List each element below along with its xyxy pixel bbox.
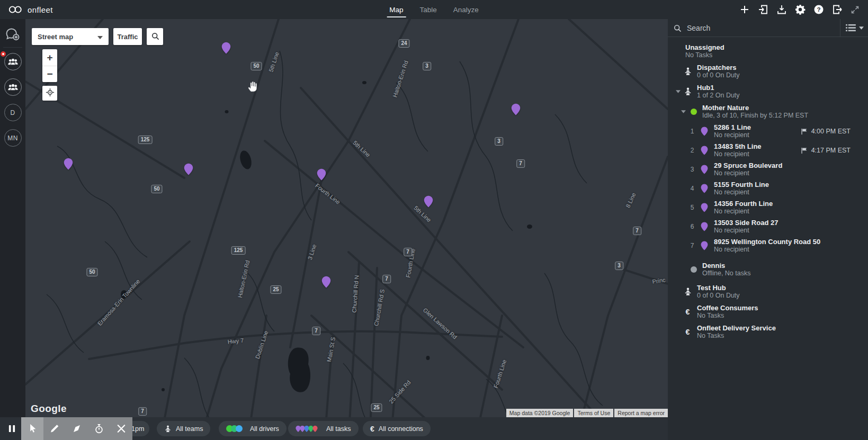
fullscreen-icon[interactable]	[851, 5, 860, 14]
zoom-out-button[interactable]: −	[42, 66, 57, 82]
logout-icon[interactable]	[832, 4, 843, 15]
polygon-tool[interactable]	[66, 417, 88, 440]
sidebar-team-row[interactable]: Dispatchers0 of 0 On Duty	[668, 61, 868, 82]
geolocate-button[interactable]	[42, 86, 57, 101]
item-title: Mother Nature	[702, 104, 808, 112]
sidebar-connection-row[interactable]: €Coffee ConsumersNo Tasks	[668, 302, 868, 322]
item-subtitle: Idle, 3 of 10, Finish by 5:12 PM EST	[702, 112, 808, 120]
pause-button[interactable]	[5, 417, 19, 440]
filter-pill-all-tasks[interactable]: All tasks	[288, 421, 359, 436]
report-error-link[interactable]: Report a map error	[614, 409, 668, 418]
map-data-credit: Map data ©2019 Google	[506, 409, 574, 418]
people-icon	[7, 57, 19, 66]
road-shield: 3	[423, 62, 431, 70]
connection-icon: €	[370, 425, 374, 433]
notification-badge	[1, 51, 6, 57]
map-task-pin[interactable]	[221, 42, 231, 55]
road-shield: 125	[138, 136, 153, 144]
select-tool[interactable]	[21, 417, 43, 440]
settings-icon[interactable]	[795, 4, 806, 15]
sidebar-task-row[interactable]: 613503 Side Road 27No recipient	[668, 217, 868, 236]
connection-icon: €	[684, 308, 692, 316]
sidebar-driver-row[interactable]: Mother NatureIdle, 3 of 10, Finish by 5:…	[668, 102, 868, 122]
road-shield: 50	[151, 185, 162, 193]
road-shield: 7	[404, 248, 412, 256]
flag-icon	[801, 128, 808, 135]
map-canvas[interactable]: 245031253750125737725507725 5th LineHalt…	[25, 19, 668, 440]
sidebar-task-row[interactable]: 514356 Fourth LineNo recipient	[668, 198, 868, 217]
filter-pill-all-connections[interactable]: €All connections	[363, 421, 431, 436]
google-logo[interactable]: Google	[31, 403, 67, 415]
top-bar: onfleet MapTableAnalyze ?	[0, 0, 868, 19]
sidebar-team-row[interactable]: Hub11 of 2 On Duty	[668, 82, 868, 102]
zoom-in-button[interactable]: +	[42, 49, 57, 66]
filter-pill-all-drivers[interactable]: All drivers	[219, 421, 287, 436]
sidebar-group-unassigned[interactable]: UnassignedNo Tasks	[668, 41, 868, 61]
avatar-mn[interactable]: MN	[4, 129, 22, 147]
map-roads	[25, 19, 668, 440]
road-shield: 50	[86, 268, 97, 276]
map-task-pin[interactable]	[511, 103, 521, 116]
divider	[840, 19, 840, 37]
sidebar-task-row[interactable]: 78925 Wellington County Road 50No recipi…	[668, 236, 868, 255]
time-label: 1pm	[131, 425, 144, 433]
task-index: 1	[689, 128, 695, 135]
avatar-d[interactable]: D	[4, 104, 22, 121]
import-icon[interactable]	[758, 4, 768, 15]
sidebar-team-row[interactable]: Test Hub0 of 0 On Duty	[668, 282, 868, 302]
team-filter-1[interactable]	[4, 53, 22, 70]
task-due-time: 4:17 PM EST	[811, 147, 851, 154]
tab-map[interactable]: Map	[388, 0, 404, 19]
team-filter-2[interactable]	[4, 78, 22, 96]
item-subtitle: 0 of 0 On Duty	[697, 71, 740, 79]
help-icon[interactable]: ?	[813, 4, 824, 15]
people-icon	[7, 83, 19, 92]
item-title: Unassigned	[685, 43, 724, 51]
item-subtitle: No recipient	[714, 246, 820, 254]
search-input[interactable]	[687, 24, 835, 32]
add-icon[interactable]	[739, 4, 750, 15]
item-title: Test Hub	[697, 284, 740, 292]
map-type-select[interactable]: Street map	[32, 28, 109, 45]
filter-pill-all-teams[interactable]: All teams	[157, 421, 210, 436]
map-task-pin[interactable]	[64, 158, 73, 171]
traffic-button[interactable]: Traffic	[113, 28, 142, 45]
sidebar-task-row[interactable]: 15286 1 LineNo recipient4:00 PM EST	[668, 122, 868, 141]
map-task-pin[interactable]	[321, 276, 331, 289]
new-message-icon[interactable]	[5, 27, 21, 41]
left-rail: DMN	[0, 19, 25, 440]
tab-analyze[interactable]: Analyze	[452, 0, 480, 19]
road-shield: 7	[382, 275, 391, 283]
onfleet-logo-icon	[8, 5, 23, 14]
sidebar-task-row[interactable]: 45155 Fourth LineNo recipient	[668, 179, 868, 198]
sidebar-connection-row[interactable]: €Onfleet Delivery ServiceNo Tasks	[668, 322, 868, 342]
item-subtitle: 0 of 0 On Duty	[697, 292, 740, 300]
chevron-down-icon	[97, 33, 103, 41]
sidebar-task-row[interactable]: 213483 5th LineNo recipient4:17 PM EST	[668, 141, 868, 160]
road-shield: 7	[312, 327, 320, 335]
list-view-icon[interactable]	[846, 24, 856, 32]
task-pin-icon	[701, 241, 708, 251]
onfleet-brand[interactable]: onfleet	[8, 0, 53, 19]
terms-of-use-link[interactable]: Terms of Use	[574, 409, 613, 418]
item-subtitle: No Tasks	[697, 332, 776, 340]
map-task-pin[interactable]	[317, 168, 326, 182]
task-pin-icon	[701, 127, 708, 137]
export-icon[interactable]	[776, 4, 787, 15]
expander-caret-icon[interactable]	[681, 110, 686, 113]
expander-caret-icon[interactable]	[676, 90, 681, 93]
map-search-button[interactable]	[147, 28, 163, 45]
task-pin-icon	[701, 146, 708, 156]
sidebar-task-row[interactable]: 329 Spruce BoulevardNo recipient	[668, 160, 868, 179]
draw-tool[interactable]	[43, 417, 66, 440]
map-task-pin[interactable]	[424, 195, 433, 209]
map-task-pin[interactable]	[184, 163, 193, 176]
item-title: 14356 Fourth Line	[714, 200, 773, 208]
timer-tool[interactable]	[88, 417, 110, 440]
map-attribution: Map data ©2019 GoogleTerms of UseReport …	[506, 409, 668, 418]
item-subtitle: No recipient	[714, 188, 769, 196]
chevron-down-icon[interactable]	[859, 26, 864, 30]
sidebar-driver-row[interactable]: DennisOffline, No tasks	[668, 259, 868, 280]
tab-table[interactable]: Table	[418, 0, 437, 19]
close-tool[interactable]	[110, 417, 132, 440]
